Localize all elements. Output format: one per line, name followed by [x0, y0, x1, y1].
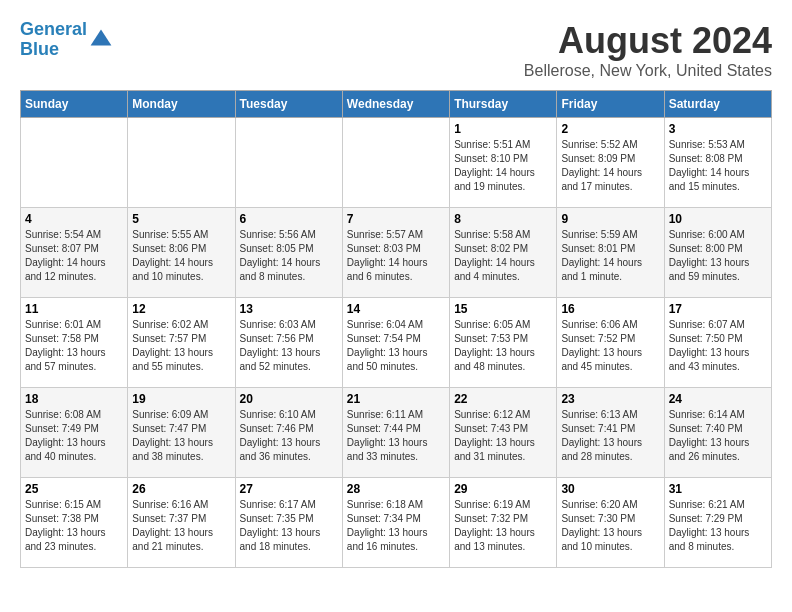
day-info: Sunrise: 6:10 AM Sunset: 7:46 PM Dayligh… [240, 408, 338, 464]
calendar-cell: 29Sunrise: 6:19 AM Sunset: 7:32 PM Dayli… [450, 478, 557, 568]
calendar-cell: 8Sunrise: 5:58 AM Sunset: 8:02 PM Daylig… [450, 208, 557, 298]
calendar-cell: 9Sunrise: 5:59 AM Sunset: 8:01 PM Daylig… [557, 208, 664, 298]
day-number: 3 [669, 122, 767, 136]
calendar-cell: 15Sunrise: 6:05 AM Sunset: 7:53 PM Dayli… [450, 298, 557, 388]
calendar-week-row: 11Sunrise: 6:01 AM Sunset: 7:58 PM Dayli… [21, 298, 772, 388]
day-info: Sunrise: 6:03 AM Sunset: 7:56 PM Dayligh… [240, 318, 338, 374]
day-number: 9 [561, 212, 659, 226]
day-info: Sunrise: 6:06 AM Sunset: 7:52 PM Dayligh… [561, 318, 659, 374]
calendar-cell: 31Sunrise: 6:21 AM Sunset: 7:29 PM Dayli… [664, 478, 771, 568]
weekday-header: Wednesday [342, 91, 449, 118]
weekday-header: Thursday [450, 91, 557, 118]
day-number: 27 [240, 482, 338, 496]
day-number: 23 [561, 392, 659, 406]
day-info: Sunrise: 6:05 AM Sunset: 7:53 PM Dayligh… [454, 318, 552, 374]
day-info: Sunrise: 6:09 AM Sunset: 7:47 PM Dayligh… [132, 408, 230, 464]
day-number: 10 [669, 212, 767, 226]
day-info: Sunrise: 6:14 AM Sunset: 7:40 PM Dayligh… [669, 408, 767, 464]
day-info: Sunrise: 6:18 AM Sunset: 7:34 PM Dayligh… [347, 498, 445, 554]
calendar-cell: 22Sunrise: 6:12 AM Sunset: 7:43 PM Dayli… [450, 388, 557, 478]
day-info: Sunrise: 5:54 AM Sunset: 8:07 PM Dayligh… [25, 228, 123, 284]
day-number: 30 [561, 482, 659, 496]
day-number: 24 [669, 392, 767, 406]
day-info: Sunrise: 5:55 AM Sunset: 8:06 PM Dayligh… [132, 228, 230, 284]
day-number: 19 [132, 392, 230, 406]
calendar-table: SundayMondayTuesdayWednesdayThursdayFrid… [20, 90, 772, 568]
weekday-header: Tuesday [235, 91, 342, 118]
calendar-cell: 5Sunrise: 5:55 AM Sunset: 8:06 PM Daylig… [128, 208, 235, 298]
calendar-cell: 2Sunrise: 5:52 AM Sunset: 8:09 PM Daylig… [557, 118, 664, 208]
day-number: 12 [132, 302, 230, 316]
day-number: 16 [561, 302, 659, 316]
calendar-week-row: 4Sunrise: 5:54 AM Sunset: 8:07 PM Daylig… [21, 208, 772, 298]
calendar-body: 1Sunrise: 5:51 AM Sunset: 8:10 PM Daylig… [21, 118, 772, 568]
day-number: 28 [347, 482, 445, 496]
calendar-cell: 10Sunrise: 6:00 AM Sunset: 8:00 PM Dayli… [664, 208, 771, 298]
title-block: August 2024 Bellerose, New York, United … [524, 20, 772, 80]
day-info: Sunrise: 5:51 AM Sunset: 8:10 PM Dayligh… [454, 138, 552, 194]
day-info: Sunrise: 5:53 AM Sunset: 8:08 PM Dayligh… [669, 138, 767, 194]
day-number: 25 [25, 482, 123, 496]
logo-icon [89, 28, 113, 52]
day-info: Sunrise: 6:07 AM Sunset: 7:50 PM Dayligh… [669, 318, 767, 374]
day-number: 13 [240, 302, 338, 316]
calendar-cell: 21Sunrise: 6:11 AM Sunset: 7:44 PM Dayli… [342, 388, 449, 478]
calendar-cell: 23Sunrise: 6:13 AM Sunset: 7:41 PM Dayli… [557, 388, 664, 478]
day-number: 18 [25, 392, 123, 406]
day-info: Sunrise: 5:57 AM Sunset: 8:03 PM Dayligh… [347, 228, 445, 284]
calendar-cell: 19Sunrise: 6:09 AM Sunset: 7:47 PM Dayli… [128, 388, 235, 478]
calendar-cell: 4Sunrise: 5:54 AM Sunset: 8:07 PM Daylig… [21, 208, 128, 298]
day-number: 5 [132, 212, 230, 226]
day-number: 1 [454, 122, 552, 136]
calendar-cell: 12Sunrise: 6:02 AM Sunset: 7:57 PM Dayli… [128, 298, 235, 388]
day-info: Sunrise: 6:17 AM Sunset: 7:35 PM Dayligh… [240, 498, 338, 554]
calendar-week-row: 1Sunrise: 5:51 AM Sunset: 8:10 PM Daylig… [21, 118, 772, 208]
day-info: Sunrise: 6:21 AM Sunset: 7:29 PM Dayligh… [669, 498, 767, 554]
day-info: Sunrise: 5:56 AM Sunset: 8:05 PM Dayligh… [240, 228, 338, 284]
day-number: 20 [240, 392, 338, 406]
day-number: 22 [454, 392, 552, 406]
day-number: 8 [454, 212, 552, 226]
day-info: Sunrise: 6:13 AM Sunset: 7:41 PM Dayligh… [561, 408, 659, 464]
calendar-cell: 7Sunrise: 5:57 AM Sunset: 8:03 PM Daylig… [342, 208, 449, 298]
day-info: Sunrise: 6:00 AM Sunset: 8:00 PM Dayligh… [669, 228, 767, 284]
calendar-cell: 27Sunrise: 6:17 AM Sunset: 7:35 PM Dayli… [235, 478, 342, 568]
calendar-cell: 3Sunrise: 5:53 AM Sunset: 8:08 PM Daylig… [664, 118, 771, 208]
calendar-cell: 18Sunrise: 6:08 AM Sunset: 7:49 PM Dayli… [21, 388, 128, 478]
calendar-cell [235, 118, 342, 208]
calendar-cell: 14Sunrise: 6:04 AM Sunset: 7:54 PM Dayli… [342, 298, 449, 388]
day-info: Sunrise: 6:11 AM Sunset: 7:44 PM Dayligh… [347, 408, 445, 464]
subtitle: Bellerose, New York, United States [524, 62, 772, 80]
calendar-cell: 1Sunrise: 5:51 AM Sunset: 8:10 PM Daylig… [450, 118, 557, 208]
day-number: 14 [347, 302, 445, 316]
main-title: August 2024 [524, 20, 772, 62]
day-number: 29 [454, 482, 552, 496]
day-info: Sunrise: 6:19 AM Sunset: 7:32 PM Dayligh… [454, 498, 552, 554]
day-number: 4 [25, 212, 123, 226]
day-number: 31 [669, 482, 767, 496]
page-header: General Blue August 2024 Bellerose, New … [20, 20, 772, 80]
calendar-cell: 28Sunrise: 6:18 AM Sunset: 7:34 PM Dayli… [342, 478, 449, 568]
calendar-week-row: 18Sunrise: 6:08 AM Sunset: 7:49 PM Dayli… [21, 388, 772, 478]
day-number: 6 [240, 212, 338, 226]
logo-text: General Blue [20, 20, 87, 60]
day-info: Sunrise: 6:08 AM Sunset: 7:49 PM Dayligh… [25, 408, 123, 464]
calendar-cell: 16Sunrise: 6:06 AM Sunset: 7:52 PM Dayli… [557, 298, 664, 388]
day-info: Sunrise: 6:12 AM Sunset: 7:43 PM Dayligh… [454, 408, 552, 464]
weekday-header: Saturday [664, 91, 771, 118]
day-info: Sunrise: 6:15 AM Sunset: 7:38 PM Dayligh… [25, 498, 123, 554]
day-info: Sunrise: 5:59 AM Sunset: 8:01 PM Dayligh… [561, 228, 659, 284]
day-info: Sunrise: 5:58 AM Sunset: 8:02 PM Dayligh… [454, 228, 552, 284]
logo: General Blue [20, 20, 113, 60]
day-info: Sunrise: 6:01 AM Sunset: 7:58 PM Dayligh… [25, 318, 123, 374]
calendar-cell: 24Sunrise: 6:14 AM Sunset: 7:40 PM Dayli… [664, 388, 771, 478]
svg-marker-0 [91, 29, 112, 45]
weekday-header: Monday [128, 91, 235, 118]
day-info: Sunrise: 6:02 AM Sunset: 7:57 PM Dayligh… [132, 318, 230, 374]
day-number: 15 [454, 302, 552, 316]
day-info: Sunrise: 6:04 AM Sunset: 7:54 PM Dayligh… [347, 318, 445, 374]
weekday-header: Friday [557, 91, 664, 118]
day-number: 26 [132, 482, 230, 496]
day-info: Sunrise: 6:16 AM Sunset: 7:37 PM Dayligh… [132, 498, 230, 554]
calendar-header-row: SundayMondayTuesdayWednesdayThursdayFrid… [21, 91, 772, 118]
